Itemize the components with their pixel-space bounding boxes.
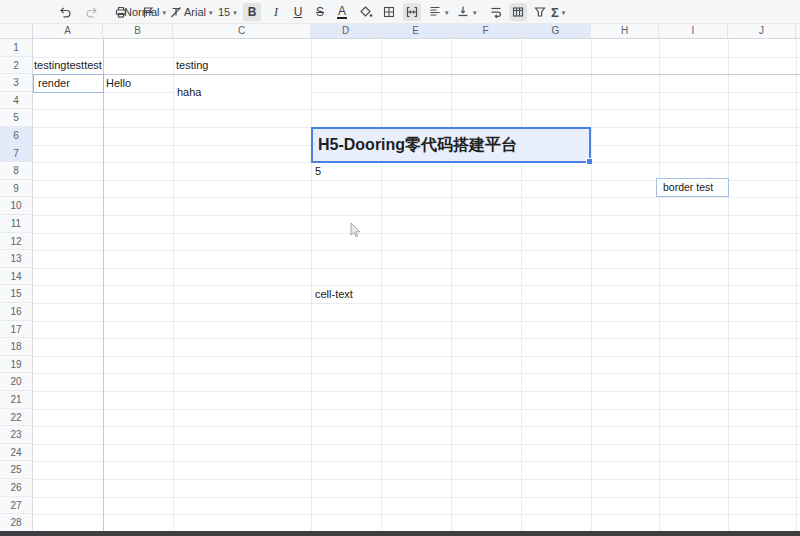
cell-I9-bordered[interactable]: border test	[656, 178, 729, 197]
underline-button[interactable]: U	[289, 3, 307, 21]
row-header-16[interactable]: 16	[0, 303, 32, 321]
font-dropdown[interactable]: Arial ▾	[184, 3, 213, 21]
row-header-14[interactable]: 14	[0, 268, 32, 285]
row-header-27[interactable]: 27	[0, 497, 32, 514]
column-header-E[interactable]: E	[381, 24, 451, 38]
sigma-icon: Σ	[551, 5, 559, 20]
row-header-26[interactable]: 26	[0, 479, 32, 497]
column-header-A[interactable]: A	[33, 24, 103, 38]
cell-B3[interactable]: Hello	[106, 75, 131, 92]
gridline-h	[33, 233, 800, 234]
gridline-h	[33, 444, 800, 445]
chevron-down-icon: ▾	[445, 9, 449, 16]
style-dropdown-value: Normal	[124, 6, 159, 18]
column-header-G[interactable]: G	[521, 24, 591, 38]
row-header-9[interactable]: 9	[0, 180, 32, 197]
row-header-6[interactable]: 6	[0, 127, 32, 145]
paint-bucket-icon	[359, 5, 373, 19]
chevron-down-icon: ▾	[162, 9, 166, 16]
horizontal-align-dropdown[interactable]: ▾	[428, 3, 449, 21]
merge-cells-button[interactable]	[403, 3, 421, 21]
text-wrap-icon	[489, 5, 503, 19]
row-header-20[interactable]: 20	[0, 373, 32, 391]
style-dropdown[interactable]: Normal ▾	[124, 3, 166, 21]
gridline-h	[33, 356, 800, 357]
merged-cell-title: H5-Dooring零代码搭建平台	[313, 129, 589, 160]
row-header-11[interactable]: 11	[0, 215, 32, 233]
italic-button[interactable]: I	[267, 3, 285, 21]
column-header-D[interactable]: D	[311, 24, 381, 38]
gridline-h	[33, 426, 800, 427]
strikethrough-label: S	[316, 5, 324, 19]
font-size-dropdown[interactable]: 15 ▾	[218, 3, 237, 21]
gridline-h	[33, 409, 800, 410]
column-header-H[interactable]: H	[591, 24, 659, 38]
filter-button[interactable]	[531, 3, 549, 21]
fill-color-button[interactable]	[357, 3, 375, 21]
text-wrap-button[interactable]	[487, 3, 505, 21]
selected-merged-cell-D6-G7[interactable]: H5-Dooring零代码搭建平台	[311, 127, 591, 163]
merged-cell-C3-C4[interactable]: haha	[174, 75, 310, 109]
chevron-down-icon: ▾	[209, 9, 213, 16]
vertical-align-dropdown[interactable]: ▾	[456, 3, 477, 21]
row-header-7[interactable]: 7	[0, 145, 32, 162]
spreadsheet-app: Normal ▾ Arial ▾ 15 ▾ B I U S A	[0, 0, 800, 536]
redo-button[interactable]	[83, 3, 101, 21]
row-header-13[interactable]: 13	[0, 250, 32, 268]
row-header-10[interactable]: 10	[0, 197, 32, 215]
row-header-21[interactable]: 21	[0, 391, 32, 409]
cell-C2[interactable]: testing	[176, 57, 208, 74]
italic-label: I	[274, 5, 278, 20]
table-button[interactable]	[509, 3, 527, 21]
clear-format-button[interactable]	[167, 3, 185, 21]
font-size-dropdown-value: 15	[218, 6, 230, 18]
column-header-J[interactable]: J	[728, 24, 796, 38]
gridline-h	[33, 74, 800, 75]
undo-button[interactable]	[56, 3, 74, 21]
row-header-15[interactable]: 15	[0, 285, 32, 303]
column-header-I[interactable]: I	[659, 24, 728, 38]
corner-box[interactable]	[0, 24, 33, 39]
functions-dropdown[interactable]: Σ ▾	[551, 3, 565, 21]
row-header-18[interactable]: 18	[0, 338, 32, 356]
row-header-5[interactable]: 5	[0, 109, 32, 127]
strikethrough-button[interactable]: S	[311, 3, 329, 21]
row-header-25[interactable]: 25	[0, 461, 32, 479]
row-header-3[interactable]: 3	[0, 74, 32, 92]
row-header-23[interactable]: 23	[0, 426, 32, 444]
row-header-28[interactable]: 28	[0, 514, 32, 532]
chevron-down-icon: ▾	[473, 9, 477, 16]
clear-format-icon	[169, 5, 183, 19]
borders-button[interactable]	[380, 3, 398, 21]
bold-button[interactable]: B	[243, 3, 261, 21]
column-header-C[interactable]: C	[173, 24, 311, 38]
cell-D15[interactable]: cell-text	[315, 286, 353, 303]
row-header-12[interactable]: 12	[0, 233, 32, 250]
row-header-19[interactable]: 19	[0, 356, 32, 373]
gridline-h	[33, 479, 800, 480]
row-header-17[interactable]: 17	[0, 321, 32, 338]
row-header-1[interactable]: 1	[0, 39, 32, 57]
mouse-cursor	[350, 222, 362, 243]
column-header-B[interactable]: B	[103, 24, 173, 38]
gridline-h	[33, 57, 800, 58]
row-header-22[interactable]: 22	[0, 409, 32, 426]
gridline-h	[33, 391, 800, 392]
cell-A3-bordered[interactable]: render	[33, 74, 104, 93]
row-header-8[interactable]: 8	[0, 162, 32, 180]
gridline-h	[33, 497, 800, 498]
row-header-2[interactable]: 2	[0, 57, 32, 74]
column-header-F[interactable]: F	[451, 24, 521, 38]
fill-handle[interactable]	[586, 158, 593, 165]
row-header-4[interactable]: 4	[0, 92, 32, 109]
gridline-h	[33, 215, 800, 216]
borders-grid-icon	[382, 5, 396, 19]
row-header-24[interactable]: 24	[0, 444, 32, 461]
cell-A2[interactable]: testingtesttestets	[34, 57, 102, 73]
gridline-h	[33, 197, 800, 198]
gridline-h	[33, 285, 800, 286]
gridline-h	[33, 92, 800, 93]
text-color-button[interactable]: A	[333, 3, 351, 21]
cell-D8[interactable]: 5	[315, 163, 321, 180]
underline-label: U	[294, 5, 303, 19]
